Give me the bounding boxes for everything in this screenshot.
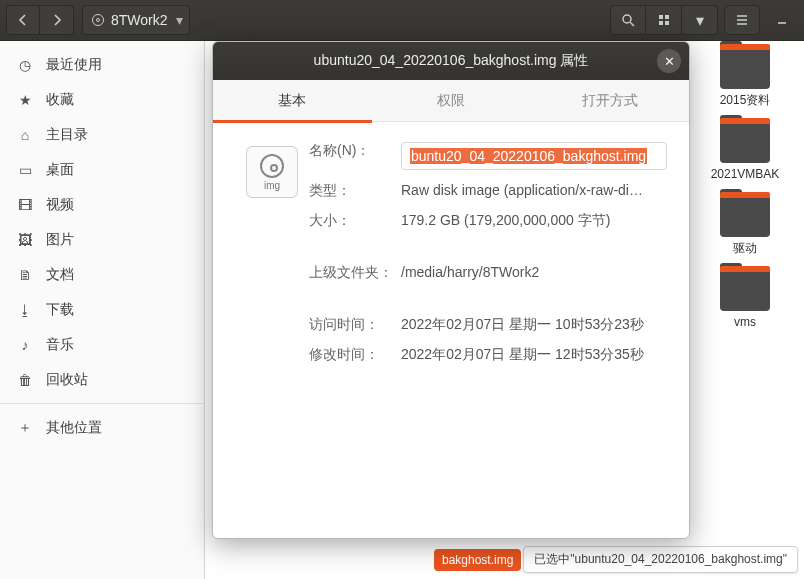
sidebar-item-music[interactable]: ♪音乐 — [0, 327, 204, 362]
forward-button[interactable] — [40, 5, 74, 35]
download-icon: ⭳ — [14, 302, 36, 318]
sidebar-item-label: 主目录 — [46, 126, 88, 144]
path-label: 8TWork2 — [111, 12, 168, 28]
sidebar-item-label: 桌面 — [46, 161, 74, 179]
sidebar-item-pictures[interactable]: 🖼图片 — [0, 222, 204, 257]
folder-icon — [720, 269, 770, 311]
statusbar: 已选中"ubuntu20_04_20220106_bakghost.img" — [523, 546, 798, 573]
folder-item[interactable]: 驱动 — [700, 195, 790, 255]
folder-icon — [720, 47, 770, 89]
sidebar-item-label: 视频 — [46, 196, 74, 214]
folder-icon — [720, 121, 770, 163]
sidebar-item-videos[interactable]: 🎞视频 — [0, 187, 204, 222]
field-label: 访问时间： — [309, 316, 401, 334]
field-label: 上级文件夹： — [309, 264, 401, 282]
field-label: 修改时间： — [309, 346, 401, 364]
selected-file-badge[interactable]: bakghost.img — [434, 549, 521, 571]
sidebar-item-documents[interactable]: 🗎文档 — [0, 257, 204, 292]
folder-item[interactable]: vms — [700, 269, 790, 329]
tab-basic[interactable]: 基本 — [213, 80, 372, 121]
nav-buttons — [6, 5, 74, 35]
header-right-group: ▾ — [610, 5, 718, 35]
field-type: 类型： Raw disk image (application/x-raw-di… — [309, 182, 667, 200]
trash-icon: 🗑 — [14, 372, 36, 388]
search-button[interactable] — [610, 5, 646, 35]
dialog-body: img 名称(N)： buntu20_04_20220106_bakghost.… — [213, 122, 689, 396]
desktop-icon: ▭ — [14, 162, 36, 178]
dialog-icon-column: img — [235, 142, 309, 376]
sidebar-item-label: 回收站 — [46, 371, 88, 389]
field-label: 类型： — [309, 182, 401, 200]
disk-icon — [260, 154, 284, 178]
svg-rect-4 — [665, 15, 669, 19]
chevron-down-icon: ▾ — [176, 12, 183, 28]
close-button[interactable]: ✕ — [657, 49, 681, 73]
sidebar-item-other[interactable]: ＋其他位置 — [0, 410, 204, 445]
sidebar: ◷最近使用 ★收藏 ⌂主目录 ▭桌面 🎞视频 🖼图片 🗎文档 ⭳下载 ♪音乐 🗑… — [0, 41, 205, 579]
field-access: 访问时间： 2022年02月07日 星期一 10时53分23秒 — [309, 316, 667, 334]
field-value: Raw disk image (application/x-raw-di… — [401, 182, 667, 200]
file-type-icon[interactable]: img — [246, 146, 298, 198]
sidebar-item-desktop[interactable]: ▭桌面 — [0, 152, 204, 187]
svg-point-0 — [93, 15, 104, 26]
sidebar-separator — [0, 403, 204, 404]
sidebar-item-label: 文档 — [46, 266, 74, 284]
name-value: buntu20_04_20220106_bakghost.img — [410, 148, 647, 164]
document-icon: 🗎 — [14, 267, 36, 283]
svg-rect-3 — [659, 15, 663, 19]
folder-label: 2015资料 — [720, 93, 771, 107]
folder-item[interactable]: 2021VMBAK — [700, 121, 790, 181]
path-bar[interactable]: 8TWork2 ▾ — [82, 5, 190, 35]
folder-label: 驱动 — [733, 241, 757, 255]
svg-rect-6 — [665, 21, 669, 25]
sidebar-item-label: 其他位置 — [46, 419, 102, 437]
svg-point-2 — [623, 15, 631, 23]
folder-item[interactable]: 2015资料 — [700, 47, 790, 107]
headerbar: 8TWork2 ▾ ▾ — [0, 0, 804, 41]
dialog-tabs: 基本 权限 打开方式 — [213, 80, 689, 122]
sidebar-item-label: 下载 — [46, 301, 74, 319]
star-icon: ★ — [14, 92, 36, 108]
clock-icon: ◷ — [14, 57, 36, 73]
sidebar-item-label: 最近使用 — [46, 56, 102, 74]
sidebar-item-downloads[interactable]: ⭳下载 — [0, 292, 204, 327]
folder-label: 2021VMBAK — [711, 167, 780, 181]
hamburger-button[interactable] — [724, 5, 760, 35]
field-value: 179.2 GB (179,200,000,000 字节) — [401, 212, 667, 230]
field-value: 2022年02月07日 星期一 10时53分23秒 — [401, 316, 667, 334]
field-name: 名称(N)： buntu20_04_20220106_bakghost.img — [309, 142, 667, 170]
field-parent: 上级文件夹： /media/harry/8TWork2 — [309, 264, 667, 282]
field-label: 大小： — [309, 212, 401, 230]
sidebar-item-label: 收藏 — [46, 91, 74, 109]
home-icon: ⌂ — [14, 127, 36, 143]
folder-column: 2015资料 2021VMBAK 驱动 vms — [700, 47, 790, 329]
sidebar-item-recent[interactable]: ◷最近使用 — [0, 47, 204, 82]
folder-label: vms — [734, 315, 756, 329]
dialog-fields: 名称(N)： buntu20_04_20220106_bakghost.img … — [309, 142, 667, 376]
plus-icon: ＋ — [14, 419, 36, 437]
back-button[interactable] — [6, 5, 40, 35]
video-icon: 🎞 — [14, 197, 36, 213]
properties-dialog: ubuntu20_04_20220106_bakghost.img 属性 ✕ 基… — [212, 41, 690, 539]
field-label: 名称(N)： — [309, 142, 401, 170]
name-input[interactable]: buntu20_04_20220106_bakghost.img — [401, 142, 667, 170]
sidebar-item-home[interactable]: ⌂主目录 — [0, 117, 204, 152]
view-list-button[interactable] — [646, 5, 682, 35]
svg-point-1 — [97, 19, 100, 22]
picture-icon: 🖼 — [14, 232, 36, 248]
field-modified: 修改时间： 2022年02月07日 星期一 12时53分35秒 — [309, 346, 667, 364]
svg-rect-5 — [659, 21, 663, 25]
music-icon: ♪ — [14, 337, 36, 353]
icon-caption: img — [264, 180, 280, 191]
sidebar-item-trash[interactable]: 🗑回收站 — [0, 362, 204, 397]
dialog-titlebar[interactable]: ubuntu20_04_20220106_bakghost.img 属性 ✕ — [213, 42, 689, 80]
sidebar-item-starred[interactable]: ★收藏 — [0, 82, 204, 117]
minimize-button[interactable] — [766, 5, 798, 35]
sidebar-item-label: 图片 — [46, 231, 74, 249]
dialog-title: ubuntu20_04_20220106_bakghost.img 属性 — [314, 52, 589, 70]
tab-openwith[interactable]: 打开方式 — [530, 80, 689, 121]
field-value: 2022年02月07日 星期一 12时53分35秒 — [401, 346, 667, 364]
view-dropdown-button[interactable]: ▾ — [682, 5, 718, 35]
tab-permissions[interactable]: 权限 — [372, 80, 531, 121]
tab-underline — [213, 120, 372, 123]
